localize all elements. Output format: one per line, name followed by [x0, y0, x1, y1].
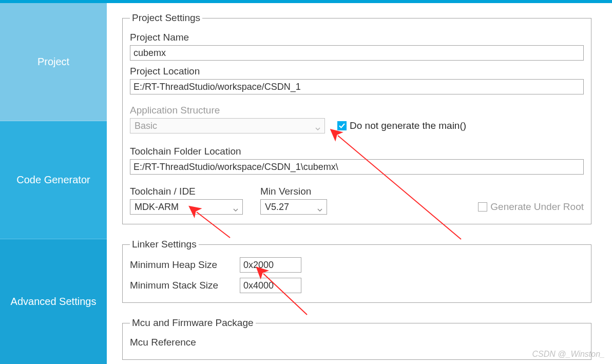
project-name-label: Project Name: [130, 32, 584, 43]
generate-under-root-checkbox: [478, 202, 487, 212]
app-structure-value: Basic: [135, 121, 157, 131]
min-version-label: Min Version: [260, 186, 327, 197]
chevron-down-icon: [233, 204, 238, 209]
watermark-text: CSDN @_Winston_: [532, 350, 605, 359]
app-structure-select: Basic: [130, 118, 325, 133]
min-version-value: V5.27: [265, 202, 289, 213]
project-settings-legend: Project Settings: [130, 12, 202, 24]
toolchain-folder-label: Toolchain Folder Location: [130, 146, 584, 157]
mcu-firmware-fieldset: Mcu and Firmware Package Mcu Reference: [122, 317, 591, 360]
project-settings-fieldset: Project Settings Project Name Project Lo…: [122, 12, 591, 224]
heap-size-input[interactable]: [240, 257, 301, 273]
linker-settings-fieldset: Linker Settings Minimum Heap Size Minimu…: [122, 239, 591, 303]
main-container: Project Code Generator Advanced Settings…: [0, 3, 612, 364]
toolchain-ide-select[interactable]: MDK-ARM: [130, 199, 243, 215]
project-location-input[interactable]: [130, 79, 584, 94]
sidebar-item-label: Project: [37, 56, 69, 68]
main-panel: Project Settings Project Name Project Lo…: [107, 3, 612, 364]
stack-size-input[interactable]: [240, 278, 301, 293]
sidebar-item-code-generator[interactable]: Code Generator: [0, 121, 107, 239]
generate-under-root-label: Generate Under Root: [490, 201, 584, 213]
stack-size-label: Minimum Stack Size: [130, 280, 233, 291]
linker-settings-legend: Linker Settings: [130, 239, 199, 250]
project-location-label: Project Location: [130, 66, 584, 77]
sidebar: Project Code Generator Advanced Settings: [0, 3, 107, 364]
project-name-input[interactable]: [130, 45, 584, 61]
sidebar-item-label: Code Generator: [16, 174, 90, 186]
heap-size-label: Minimum Heap Size: [130, 259, 233, 271]
toolchain-ide-value: MDK-ARM: [135, 202, 179, 213]
toolchain-folder-input[interactable]: [130, 159, 584, 175]
sidebar-item-advanced-settings[interactable]: Advanced Settings: [0, 239, 107, 364]
app-structure-label: Application Structure: [130, 105, 325, 116]
mcu-firmware-legend: Mcu and Firmware Package: [130, 317, 256, 329]
sidebar-item-project[interactable]: Project: [0, 3, 107, 121]
no-main-label: Do not generate the main(): [350, 120, 466, 131]
no-main-checkbox[interactable]: [337, 121, 347, 130]
mcu-reference-label: Mcu Reference: [130, 337, 584, 348]
toolchain-ide-label: Toolchain / IDE: [130, 186, 243, 197]
chevron-down-icon: [315, 123, 320, 128]
sidebar-item-label: Advanced Settings: [11, 296, 97, 308]
chevron-down-icon: [317, 204, 322, 209]
min-version-select[interactable]: V5.27: [260, 199, 327, 215]
